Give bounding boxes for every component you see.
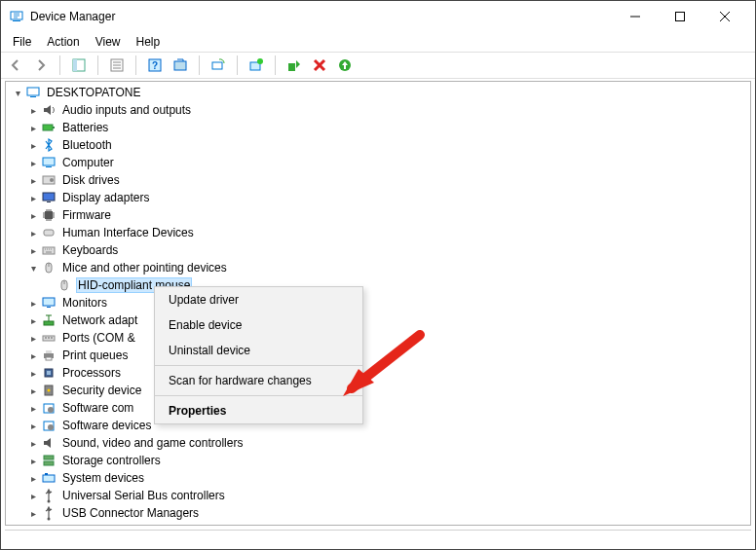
- expander-icon[interactable]: ▸: [25, 225, 41, 240]
- menu-action[interactable]: Action: [39, 33, 87, 51]
- tree-category[interactable]: ▸Bluetooth: [8, 136, 748, 154]
- expander-icon[interactable]: ▸: [25, 453, 41, 468]
- close-button[interactable]: [702, 3, 747, 30]
- svg-rect-15: [212, 62, 222, 69]
- tree-category[interactable]: ▾Mice and other pointing devices: [8, 259, 748, 276]
- menu-view[interactable]: View: [88, 33, 129, 51]
- svg-rect-26: [43, 158, 55, 165]
- expander-icon[interactable]: ▸: [25, 172, 41, 188]
- expander-icon[interactable]: ▸: [25, 505, 41, 521]
- tree-category[interactable]: ▸Human Interface Devices: [8, 224, 748, 241]
- expander-icon[interactable]: ▸: [25, 470, 41, 486]
- help-button[interactable]: ?: [144, 55, 166, 76]
- tree-category-label: Print queues: [60, 348, 130, 363]
- expander-icon[interactable]: ▸: [25, 155, 41, 170]
- expander-icon[interactable]: ▸: [25, 435, 41, 451]
- tree-device[interactable]: HID-compliant mouse: [8, 276, 748, 294]
- svg-point-61: [48, 500, 51, 503]
- expander-icon[interactable]: ▸: [25, 365, 41, 381]
- tree-category[interactable]: ▸Display adapters: [8, 189, 748, 206]
- cm-update-driver[interactable]: Update driver: [155, 287, 362, 312]
- svg-rect-41: [44, 321, 54, 325]
- tree-category[interactable]: ▸Processors: [8, 364, 748, 382]
- svg-rect-7: [73, 59, 77, 71]
- show-hide-tree-button[interactable]: [68, 55, 90, 76]
- battery-icon: [41, 120, 57, 135]
- cm-properties[interactable]: Properties: [155, 398, 362, 423]
- expander-icon[interactable]: ▸: [25, 102, 41, 118]
- tree-category[interactable]: ▸USB Connector Managers: [8, 504, 748, 522]
- expander-icon[interactable]: ▸: [25, 330, 41, 346]
- properties-button[interactable]: [106, 55, 128, 76]
- action-button[interactable]: [170, 55, 191, 76]
- expander-icon[interactable]: ▸: [25, 418, 41, 433]
- tree-category[interactable]: ▸Batteries: [8, 119, 748, 136]
- expander-icon[interactable]: ▸: [25, 137, 41, 153]
- cm-scan-hardware[interactable]: Scan for hardware changes: [155, 368, 362, 393]
- device-tree[interactable]: ▾DESKTOPATONE▸Audio inputs and outputs▸B…: [6, 82, 750, 524]
- toolbar-separator: [199, 55, 200, 75]
- device-tree-panel: ▾DESKTOPATONE▸Audio inputs and outputs▸B…: [5, 81, 751, 526]
- sound-icon: [41, 435, 57, 451]
- expander-icon[interactable]: ▸: [25, 400, 41, 416]
- display-icon: [41, 190, 57, 205]
- menu-help[interactable]: Help: [129, 33, 169, 51]
- expander-icon[interactable]: ▾: [25, 260, 41, 275]
- tree-category[interactable]: ▸Network adapt: [8, 312, 748, 329]
- tree-category-label: Keyboards: [60, 242, 120, 258]
- tree-category[interactable]: ▸Computer: [8, 154, 748, 171]
- uninstall-device-button[interactable]: [309, 55, 330, 76]
- expander-icon[interactable]: ▸: [25, 190, 41, 205]
- svg-point-43: [45, 337, 47, 339]
- svg-text:?: ?: [152, 60, 158, 71]
- printer-icon: [41, 348, 57, 363]
- tree-category[interactable]: ▸Ports (COM &: [8, 329, 748, 347]
- expander-icon[interactable]: ▸: [25, 295, 41, 311]
- tree-category[interactable]: ▸Firmware: [8, 206, 748, 224]
- tree-root-label: DESKTOPATONE: [45, 85, 142, 100]
- tree-category[interactable]: ▸Print queues: [8, 347, 748, 364]
- tree-category[interactable]: ▸Software devices: [8, 417, 748, 434]
- expander-icon[interactable]: ▸: [25, 488, 41, 503]
- svg-rect-30: [43, 193, 55, 201]
- svg-rect-40: [47, 307, 51, 308]
- tree-category[interactable]: ▸Monitors: [8, 294, 748, 312]
- expander-icon[interactable]: ▸: [25, 348, 41, 363]
- expander-icon[interactable]: ▸: [25, 383, 41, 398]
- titlebar: Device Manager: [1, 1, 755, 32]
- tree-category[interactable]: ▸System devices: [8, 469, 748, 487]
- expander-icon[interactable]: ▸: [25, 207, 41, 223]
- svg-point-45: [51, 337, 53, 339]
- back-button[interactable]: [5, 55, 26, 76]
- menu-file[interactable]: File: [5, 33, 39, 51]
- maximize-button[interactable]: [658, 3, 702, 30]
- tree-category[interactable]: ▸Software com: [8, 399, 748, 417]
- tree-category[interactable]: ▸Disk drives: [8, 171, 748, 189]
- expander-icon[interactable]: ▸: [25, 242, 41, 258]
- update-driver-button[interactable]: [246, 55, 267, 76]
- device-manager-window: Device Manager File Action View Help ? ▾…: [0, 0, 756, 550]
- tree-category[interactable]: ▸Security device: [8, 382, 748, 399]
- svg-rect-18: [288, 63, 295, 71]
- svg-point-44: [48, 337, 50, 339]
- svg-point-56: [48, 424, 54, 430]
- add-legacy-hardware-button[interactable]: [334, 55, 356, 76]
- tree-root[interactable]: ▾DESKTOPATONE: [8, 84, 748, 101]
- minimize-button[interactable]: [613, 3, 658, 30]
- enable-device-button[interactable]: [284, 55, 305, 76]
- tree-category[interactable]: ▸Storage controllers: [8, 452, 748, 469]
- usb-icon: [41, 488, 57, 503]
- scan-hardware-button[interactable]: [208, 55, 229, 76]
- forward-button[interactable]: [30, 55, 52, 76]
- cm-enable-device[interactable]: Enable device: [155, 312, 362, 338]
- speaker-icon: [41, 102, 57, 118]
- expander-icon[interactable]: ▸: [25, 120, 41, 135]
- tree-category[interactable]: ▸Keyboards: [8, 241, 748, 259]
- cm-uninstall-device[interactable]: Uninstall device: [155, 338, 362, 363]
- tree-category[interactable]: ▸Audio inputs and outputs: [8, 101, 748, 119]
- monitor-icon: [41, 295, 57, 311]
- tree-category[interactable]: ▸Sound, video and game controllers: [8, 434, 748, 452]
- tree-category[interactable]: ▸Universal Serial Bus controllers: [8, 487, 748, 504]
- tree-category-label: USB Connector Managers: [60, 505, 201, 521]
- expander-icon[interactable]: ▸: [25, 312, 41, 328]
